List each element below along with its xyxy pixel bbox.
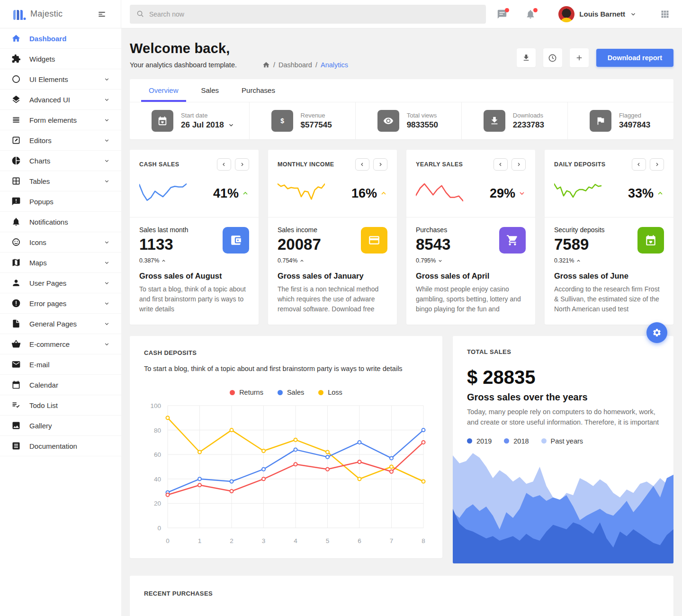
breadcrumb-dashboard[interactable]: Dashboard xyxy=(278,61,312,69)
notifications-button[interactable] xyxy=(523,7,538,21)
chevron-down-icon xyxy=(104,321,110,327)
map-icon xyxy=(11,258,21,267)
percent-value: 33% xyxy=(628,186,654,201)
metric-value: 1133 xyxy=(139,236,188,254)
sidebar-toggle-button[interactable] xyxy=(95,8,108,21)
sidebar-item-label: Documentation xyxy=(29,442,110,450)
error-icon xyxy=(11,299,21,308)
download-button[interactable] xyxy=(517,48,536,67)
caret-up-icon xyxy=(576,258,581,263)
total-sales-card: TOTAL SALES $ 28835 Gross sales over the… xyxy=(453,336,673,563)
search-bar[interactable] xyxy=(130,5,486,24)
sidebar-item-label: Tables xyxy=(29,177,95,185)
history-button[interactable] xyxy=(543,48,562,67)
calendar-icon xyxy=(11,380,21,390)
legend-label: 2019 xyxy=(476,437,492,445)
legend-item-2018[interactable]: 2018 xyxy=(504,437,529,445)
sidebar-item-charts[interactable]: Charts xyxy=(0,151,121,171)
prev-button[interactable] xyxy=(632,158,646,171)
sidebar-item-notifications[interactable]: Notifications xyxy=(0,212,121,232)
image-icon xyxy=(11,421,21,430)
svg-text:6: 6 xyxy=(358,537,361,544)
sidebar-item-label: Popups xyxy=(29,198,110,206)
stat-flagged: Flagged3497843 xyxy=(567,102,673,139)
legend-item-sales[interactable]: Sales xyxy=(278,389,304,396)
legend-item-returns[interactable]: Returns xyxy=(230,389,263,396)
sidebar-item-e-commerce[interactable]: E-commerce xyxy=(0,334,121,354)
circle-icon xyxy=(11,74,21,84)
eye-icon xyxy=(377,110,399,132)
prev-button[interactable] xyxy=(494,158,508,171)
percent-value: 41% xyxy=(213,186,239,201)
add-button[interactable] xyxy=(570,48,589,67)
topbar-right: Louis Barnett xyxy=(495,6,682,22)
sidebar-item-error-pages[interactable]: Error pages xyxy=(0,293,121,314)
sidebar-item-icons[interactable]: Icons xyxy=(0,232,121,253)
wallet-icon xyxy=(230,234,242,246)
legend-item-past-years[interactable]: Past years xyxy=(541,437,583,445)
next-button[interactable] xyxy=(373,158,387,171)
stat-start-date[interactable]: Start date26 Jul 2018 xyxy=(130,102,249,139)
tab-sales[interactable]: Sales xyxy=(194,79,227,102)
mail-icon xyxy=(11,360,21,369)
download-report-button[interactable]: Download report xyxy=(596,49,673,67)
total-sales-amount: $ 28835 xyxy=(467,367,659,388)
sidebar-item-documentation[interactable]: Documentation xyxy=(0,436,121,456)
sidebar-item-dashboard[interactable]: Dashboard xyxy=(0,28,121,49)
card-title: CASH SALES xyxy=(139,161,179,168)
home-icon[interactable] xyxy=(262,61,270,69)
user-profile-menu[interactable]: Louis Barnett xyxy=(558,6,637,22)
header-actions: Download report xyxy=(517,48,673,67)
sidebar-item-todo-list[interactable]: Todo List xyxy=(0,395,121,416)
cash-deposits-title: CASH DEPOSITS xyxy=(144,349,428,356)
next-button[interactable] xyxy=(235,158,249,171)
next-button[interactable] xyxy=(650,158,664,171)
sidebar-item-ui-elements[interactable]: UI Elements xyxy=(0,69,121,90)
chevron-down-icon[interactable] xyxy=(228,122,234,128)
legend-item-loss[interactable]: Loss xyxy=(318,389,342,396)
svg-text:60: 60 xyxy=(154,451,161,458)
sidebar-item-popups[interactable]: Popups xyxy=(0,191,121,212)
smiley-icon xyxy=(11,237,21,247)
sidebar-item-editors[interactable]: Editors xyxy=(0,130,121,151)
prev-button[interactable] xyxy=(217,158,231,171)
card-heading: Gross sales of April xyxy=(416,272,526,281)
svg-text:8: 8 xyxy=(422,537,425,544)
stat-label: Downloads xyxy=(513,112,544,119)
todo-icon xyxy=(11,400,21,410)
svg-text:$: $ xyxy=(280,118,284,125)
search-input[interactable] xyxy=(149,10,479,18)
next-button[interactable] xyxy=(512,158,526,171)
sidebar-item-gallery[interactable]: Gallery xyxy=(0,416,121,436)
svg-text:2: 2 xyxy=(230,537,233,544)
legend-dot xyxy=(541,438,547,444)
stat-downloads: Downloads2233783 xyxy=(461,102,567,139)
card-title: YEARLY SALES xyxy=(416,161,463,168)
messages-button[interactable] xyxy=(495,7,509,21)
sidebar-item-widgets[interactable]: Widgets xyxy=(0,49,121,69)
tab-purchases[interactable]: Purchases xyxy=(234,79,283,102)
sidebar-item-maps[interactable]: Maps xyxy=(0,253,121,273)
apps-grid-button[interactable] xyxy=(658,8,672,21)
popup-icon xyxy=(11,197,21,206)
legend-item-2019[interactable]: 2019 xyxy=(467,437,492,445)
app-logo[interactable]: Majestic xyxy=(12,8,63,20)
sidebar-item-e-mail[interactable]: E-mail xyxy=(0,354,121,375)
sidebar-item-general-pages[interactable]: General Pages xyxy=(0,314,121,334)
sidebar-item-tables[interactable]: Tables xyxy=(0,171,121,191)
prev-button[interactable] xyxy=(355,158,369,171)
cart-icon xyxy=(506,234,519,246)
settings-fab-button[interactable] xyxy=(646,322,667,343)
sidebar-item-calendar[interactable]: Calendar xyxy=(0,375,121,395)
sidebar-item-user-pages[interactable]: User Pages xyxy=(0,273,121,293)
sparkline-chart xyxy=(554,181,601,206)
svg-text:20: 20 xyxy=(154,500,161,507)
card-text: According to the research firm Frost & S… xyxy=(554,284,664,314)
metric-label: Purchases xyxy=(416,226,450,234)
basket-icon xyxy=(11,339,21,349)
tab-overview[interactable]: Overview xyxy=(141,79,186,102)
breadcrumb-analytics[interactable]: Analytics xyxy=(321,61,348,69)
sidebar-item-advanced-ui[interactable]: Advanced UI xyxy=(0,90,121,110)
sidebar-item-form-elements[interactable]: Form elements xyxy=(0,110,121,130)
person-icon xyxy=(11,278,21,288)
